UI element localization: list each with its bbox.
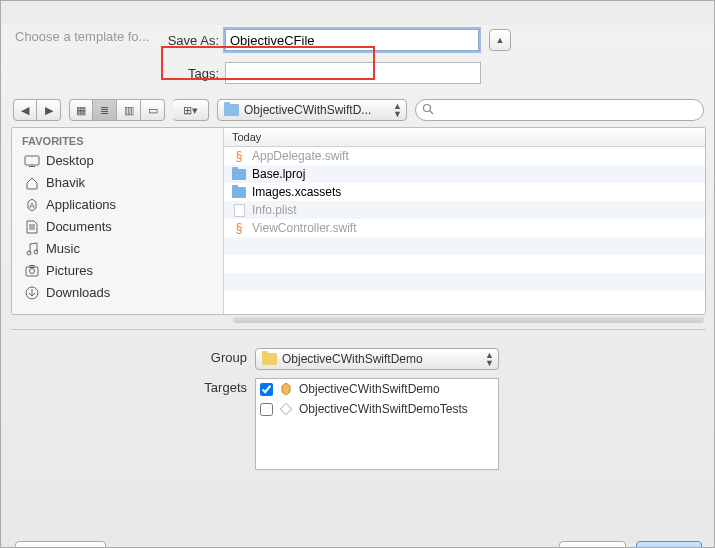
sidebar-item-label: Applications xyxy=(46,196,116,214)
svg-text:A: A xyxy=(29,201,35,210)
test-target-icon xyxy=(279,402,293,416)
target-row[interactable]: ObjectiveCWithSwiftDemoTests xyxy=(256,399,498,419)
coverflow-view-button[interactable]: ▭ xyxy=(141,99,165,121)
svg-rect-3 xyxy=(29,166,35,167)
save-as-row: Save As: ▲ xyxy=(1,25,715,55)
arrange-button-group: ⊞▾ xyxy=(173,99,209,121)
svg-rect-2 xyxy=(25,156,39,165)
swift-file-icon: § xyxy=(232,221,246,235)
cancel-button[interactable]: Cancel xyxy=(559,541,626,548)
create-button[interactable]: Create xyxy=(636,541,702,548)
downloads-icon xyxy=(24,285,40,301)
collapse-disclosure-button[interactable]: ▲ xyxy=(489,29,511,51)
sidebar: FAVORITES Desktop Bhavik A Applications … xyxy=(12,128,224,314)
footer: New Folder Cancel Create xyxy=(1,541,715,548)
target-checkbox[interactable] xyxy=(260,383,273,396)
forward-button[interactable]: ▶ xyxy=(37,99,61,121)
divider xyxy=(11,329,706,330)
back-button[interactable]: ◀ xyxy=(13,99,37,121)
svg-rect-15 xyxy=(280,403,291,414)
svg-point-12 xyxy=(30,269,35,274)
sidebar-item-label: Bhavik xyxy=(46,174,85,192)
file-list[interactable]: § AppDelegate.swift Base.lproj Images.xc… xyxy=(224,147,705,314)
file-name: Images.xcassets xyxy=(252,185,341,199)
chevron-left-icon: ◀ xyxy=(21,104,29,117)
folder-icon xyxy=(262,353,277,365)
target-name: ObjectiveCWithSwiftDemo xyxy=(299,382,440,396)
chevron-up-icon: ▲ xyxy=(496,35,505,45)
desktop-icon xyxy=(24,153,40,169)
save-as-input[interactable] xyxy=(225,29,479,51)
sidebar-item-home[interactable]: Bhavik xyxy=(12,172,223,194)
file-name: AppDelegate.swift xyxy=(252,149,349,163)
sidebar-item-documents[interactable]: Documents xyxy=(12,216,223,238)
targets-row: Targets ObjectiveCWithSwiftDemo Objectiv… xyxy=(1,378,715,470)
sidebar-item-downloads[interactable]: Downloads xyxy=(12,282,223,304)
arrange-button[interactable]: ⊞▾ xyxy=(173,99,209,121)
sidebar-item-label: Pictures xyxy=(46,262,93,280)
file-name: ViewController.swift xyxy=(252,221,356,235)
group-dropdown[interactable]: ObjectiveCWithSwiftDemo ▲▼ xyxy=(255,348,499,370)
sidebar-item-label: Downloads xyxy=(46,284,110,302)
sidebar-item-applications[interactable]: A Applications xyxy=(12,194,223,216)
file-row[interactable]: Images.xcassets xyxy=(224,183,705,201)
icon-view-button[interactable]: ▦ xyxy=(69,99,93,121)
app-target-icon xyxy=(279,382,293,396)
path-dropdown-label: ObjectiveCWithSwiftD... xyxy=(244,103,371,117)
columns-icon: ▥ xyxy=(124,104,134,117)
options-section: Group ObjectiveCWithSwiftDemo ▲▼ Targets… xyxy=(1,348,715,470)
new-folder-button[interactable]: New Folder xyxy=(15,541,106,548)
home-icon xyxy=(24,175,40,191)
search-input[interactable] xyxy=(415,99,704,121)
list-view-button[interactable]: ≣ xyxy=(93,99,117,121)
target-name: ObjectiveCWithSwiftDemoTests xyxy=(299,402,468,416)
group-row: Group ObjectiveCWithSwiftDemo ▲▼ xyxy=(1,348,715,370)
music-icon xyxy=(24,241,40,257)
file-name: Base.lproj xyxy=(252,167,305,181)
sidebar-item-label: Desktop xyxy=(46,152,94,170)
updown-icon: ▲▼ xyxy=(393,102,402,118)
file-name: Info.plist xyxy=(252,203,297,217)
path-dropdown[interactable]: ObjectiveCWithSwiftD... ▲▼ xyxy=(217,99,407,121)
file-row xyxy=(224,273,705,291)
save-dialog: Choose a template fo... Save As: ▲ Tags:… xyxy=(1,25,715,548)
folder-icon xyxy=(224,104,239,116)
svg-point-0 xyxy=(424,105,431,112)
chevron-right-icon: ▶ xyxy=(45,104,53,117)
save-as-label: Save As: xyxy=(1,33,225,48)
browser-toolbar: ◀ ▶ ▦ ≣ ▥ ▭ ⊞▾ ObjectiveCWithSwiftD... ▲… xyxy=(1,99,715,121)
file-row: Info.plist xyxy=(224,201,705,219)
folder-icon xyxy=(232,167,246,181)
group-dropdown-label: ObjectiveCWithSwiftDemo xyxy=(282,352,423,366)
swift-file-icon: § xyxy=(232,149,246,163)
folder-icon xyxy=(232,185,246,199)
target-checkbox[interactable] xyxy=(260,403,273,416)
column-header[interactable]: Today xyxy=(224,128,705,147)
sidebar-item-desktop[interactable]: Desktop xyxy=(12,150,223,172)
sidebar-item-music[interactable]: Music xyxy=(12,238,223,260)
save-as-field-wrap xyxy=(225,29,479,51)
target-row[interactable]: ObjectiveCWithSwiftDemo xyxy=(256,379,498,399)
sidebar-item-pictures[interactable]: Pictures xyxy=(12,260,223,282)
horizontal-scrollbar[interactable] xyxy=(233,317,704,323)
column-view-button[interactable]: ▥ xyxy=(117,99,141,121)
arrange-icon: ⊞▾ xyxy=(183,104,198,117)
tags-label: Tags: xyxy=(1,66,225,81)
pictures-icon xyxy=(24,263,40,279)
targets-label: Targets xyxy=(1,378,255,395)
tags-input[interactable] xyxy=(225,62,481,84)
file-pane: Today § AppDelegate.swift Base.lproj Ima… xyxy=(224,128,705,314)
nav-buttons: ◀ ▶ xyxy=(13,99,61,121)
targets-list: ObjectiveCWithSwiftDemo ObjectiveCWithSw… xyxy=(255,378,499,470)
file-row[interactable]: Base.lproj xyxy=(224,165,705,183)
file-row: § AppDelegate.swift xyxy=(224,147,705,165)
sidebar-item-label: Documents xyxy=(46,218,112,236)
group-label: Group xyxy=(1,348,255,365)
file-row: § ViewController.swift xyxy=(224,219,705,237)
sidebar-heading: FAVORITES xyxy=(12,132,223,150)
file-browser: FAVORITES Desktop Bhavik A Applications … xyxy=(11,127,706,315)
list-icon: ≣ xyxy=(100,104,109,117)
grid-icon: ▦ xyxy=(76,104,86,117)
documents-icon xyxy=(24,219,40,235)
file-row xyxy=(224,237,705,255)
